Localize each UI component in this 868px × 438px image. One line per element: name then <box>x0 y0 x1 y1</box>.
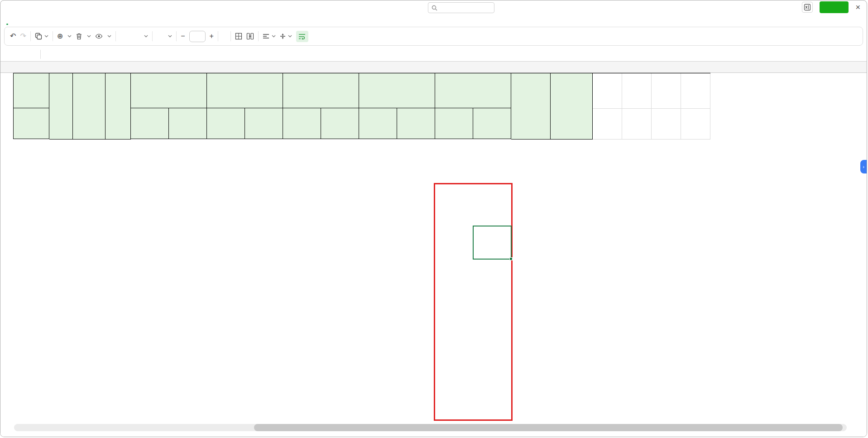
cell-W7-kpcd[interactable] <box>359 73 435 108</box>
selected-range-border <box>434 183 513 421</box>
search-input[interactable] <box>440 5 485 11</box>
cell-Q8[interactable] <box>131 108 169 139</box>
search-box[interactable] <box>428 2 494 13</box>
app-window: × ↶ ↷ ⊕ <box>0 0 867 437</box>
title-bar: × <box>0 0 867 14</box>
menu-bar <box>0 14 867 25</box>
toolbar-divider <box>53 31 53 41</box>
toolbar-divider <box>218 31 218 41</box>
chevron-down-icon <box>44 35 48 38</box>
plus-circle-icon: ⊕ <box>57 33 63 40</box>
cell-L7[interactable] <box>13 73 49 108</box>
cell-S8[interactable] <box>207 108 245 139</box>
wrap-text-button[interactable] <box>296 31 308 42</box>
cell-V8[interactable] <box>321 108 359 139</box>
cell-U8[interactable] <box>283 108 321 139</box>
cell-AD7[interactable] <box>551 73 593 140</box>
formula-bar <box>0 48 867 62</box>
borders-button[interactable] <box>235 33 242 40</box>
chevron-down-icon <box>67 35 72 38</box>
cell-Q7-bhxh[interactable] <box>131 73 207 108</box>
close-icon[interactable]: × <box>855 3 860 11</box>
cell-U7-bhtn[interactable] <box>283 73 359 108</box>
merge-cells-icon <box>246 33 254 40</box>
excel-file-icon <box>804 4 811 11</box>
undo-icon: ↶ <box>10 33 16 40</box>
toolbar-divider <box>230 31 231 41</box>
toolbar-divider <box>30 31 31 41</box>
font-size-increase-button[interactable]: + <box>210 33 214 40</box>
cell-AI7[interactable] <box>652 73 681 109</box>
toolbar-divider <box>115 31 116 41</box>
copy-icon <box>35 33 42 40</box>
chevron-right-icon: › <box>863 164 864 169</box>
cell-AJ8[interactable] <box>681 109 710 140</box>
cell-W8[interactable] <box>359 108 397 139</box>
table-header-block <box>13 73 710 139</box>
horizontal-align-dropdown[interactable] <box>263 34 276 39</box>
eye-icon <box>95 34 103 39</box>
hide-show-button[interactable] <box>95 34 111 39</box>
cell-AJ7[interactable] <box>681 73 710 109</box>
cell-N7[interactable] <box>49 73 73 140</box>
grid-content <box>13 73 710 139</box>
toolbar-divider <box>176 31 177 41</box>
cell-AC7[interactable] <box>511 73 551 140</box>
formula-bar-divider <box>40 50 41 59</box>
cell-P7[interactable] <box>106 73 131 140</box>
cell-AH7[interactable] <box>622 73 652 109</box>
align-left-icon <box>263 34 269 39</box>
cell-L8[interactable] <box>13 108 49 139</box>
cell-X8[interactable] <box>397 108 435 139</box>
merge-cells-button[interactable] <box>246 33 254 40</box>
chevron-down-icon <box>107 35 111 38</box>
delete-button[interactable] <box>76 33 91 40</box>
chevron-down-icon <box>144 35 148 38</box>
column-headers <box>0 62 867 73</box>
menu-data[interactable] <box>19 14 20 25</box>
cell-AG7[interactable] <box>593 73 622 109</box>
redo-button[interactable]: ↷ <box>20 33 26 40</box>
cell-Y8[interactable] <box>435 108 473 139</box>
toolbar-divider <box>258 31 259 41</box>
copy-button[interactable] <box>35 33 48 40</box>
redo-icon: ↷ <box>20 33 26 40</box>
cell-AG8[interactable] <box>593 109 622 140</box>
rounding-dropdown[interactable] <box>157 35 172 38</box>
vertical-align-dropdown[interactable] <box>280 33 292 39</box>
export-excel-button[interactable] <box>802 2 813 13</box>
trash-icon <box>76 33 82 40</box>
font-size-decrease-button[interactable]: − <box>181 33 185 40</box>
horizontal-scrollbar-thumb[interactable] <box>254 424 843 431</box>
chevron-down-icon <box>168 35 172 38</box>
chevron-down-icon <box>288 35 292 38</box>
toolbar: ↶ ↷ ⊕ <box>4 27 863 46</box>
cell-S7-bhyt[interactable] <box>207 73 283 108</box>
cell-Z8[interactable] <box>473 108 511 139</box>
font-size-field[interactable] <box>189 31 206 42</box>
horizontal-scrollbar[interactable] <box>14 424 847 431</box>
search-icon <box>432 5 437 11</box>
number-format-dropdown[interactable] <box>131 35 148 38</box>
fill-handle[interactable] <box>509 257 513 260</box>
cell-AI8[interactable] <box>652 109 681 140</box>
print-button[interactable] <box>820 1 849 13</box>
menu-help[interactable] <box>31 14 32 25</box>
add-button[interactable]: ⊕ <box>57 33 72 40</box>
side-panel-toggle[interactable]: › <box>860 160 867 173</box>
cell-Y7-thu-nhap-khac[interactable] <box>435 73 511 108</box>
chevron-down-icon <box>87 35 91 38</box>
minus-icon: − <box>181 33 185 40</box>
cell-AH8[interactable] <box>622 109 652 140</box>
toolbar-divider <box>152 31 153 41</box>
vertical-align-icon <box>280 33 286 39</box>
cell-R8[interactable] <box>169 108 207 139</box>
menu-edit[interactable] <box>7 14 8 25</box>
plus-icon: + <box>210 33 214 40</box>
chevron-down-icon <box>272 35 276 38</box>
undo-button[interactable]: ↶ <box>10 33 16 40</box>
spreadsheet <box>0 62 867 437</box>
cell-T8[interactable] <box>245 108 283 139</box>
sheet-body <box>0 73 867 139</box>
cell-O7[interactable] <box>73 73 106 140</box>
